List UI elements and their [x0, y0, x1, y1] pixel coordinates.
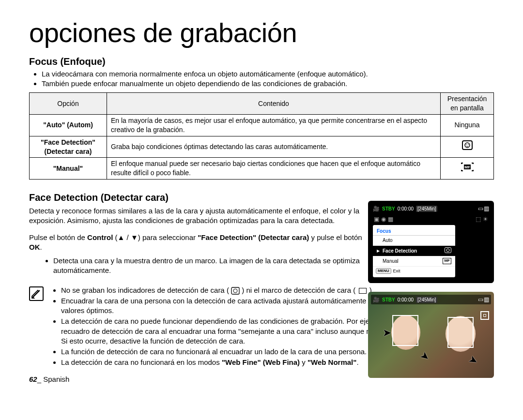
focus-menu-panel: Focus Auto Face Detection Manual MF MENU… [373, 225, 455, 278]
cursor-icon: ➤ [383, 326, 391, 340]
lcd-status-bar: 🎥 STBY 0:00:00 [245Min] ▭▥ [371, 295, 491, 304]
opt-facedetect-label: "Face Detection" (Detectar cara) [30, 136, 107, 158]
face-detection-frame [392, 315, 418, 346]
opt-facedetect-content: Graba bajo condiciones óptimas detectand… [107, 136, 441, 158]
face-detect-indicator-icon [480, 311, 489, 320]
control-sub-item: Detecta una cara y la muestra dentro de … [53, 256, 368, 276]
manual-focus-icon: MF [461, 162, 474, 175]
mode-icon: ☀ [483, 215, 488, 223]
svg-point-3 [468, 144, 469, 145]
focus-intro-item: También puede enfocar manualmente un obj… [42, 79, 494, 89]
duration-badge: [245Min] [416, 297, 437, 303]
mode-rec-icon: ⬚ [476, 215, 481, 223]
face-detection-section: Face Detection (Detectar cara) Detecta y… [29, 191, 494, 369]
lcd-status-bar: 🎥 STBY 0:00:00 [245Min] ▭▥ [371, 204, 491, 213]
photo-icon: ◉ [381, 215, 386, 223]
focus-heading: Focus (Enfoque) [29, 55, 494, 68]
table-row: "Auto" (Autom) En la mayoría de casos, e… [30, 114, 494, 136]
svg-point-2 [466, 144, 467, 145]
face-indicator-icon [231, 286, 242, 294]
stby-label: STBY [382, 206, 395, 212]
lcd-preview-column: 🎥 STBY 0:00:00 [245Min] ▭▥ ▣◉▦ ⬚☀ Focus … [368, 201, 494, 387]
table-row: "Face Detection" (Detectar cara) Graba b… [30, 136, 494, 158]
svg-rect-7 [231, 287, 239, 294]
manual-focus-icon: MF [443, 258, 451, 264]
col-content: Contenido [107, 93, 441, 115]
control-instruction: Pulse el botón de Control (▲ / ▼) para s… [29, 233, 363, 253]
lcd-mode-icons: ▣◉▦ ⬚☀ [374, 215, 488, 223]
menu-item-auto[interactable]: Auto [373, 236, 455, 246]
col-display: Presentación en pantalla [441, 93, 494, 115]
opt-manual-content: El enfoque manual puede ser necesario ba… [107, 158, 441, 180]
camcorder-icon: 🎥 [373, 205, 380, 212]
focus-intro-item: La videocámara con memoria normalmente e… [42, 69, 494, 79]
lcd-live-preview: 🎥 STBY 0:00:00 [245Min] ▭▥ ➤ ➤ ➤ [368, 292, 494, 378]
video-icon: ▣ [374, 215, 379, 223]
page-title: opciones de grabación [29, 15, 494, 51]
svg-point-8 [233, 289, 237, 293]
menu-item-face-detection[interactable]: Face Detection [373, 246, 455, 257]
opt-facedetect-display [441, 136, 494, 158]
focus-options-table: Opción Contenido Presentación en pantall… [29, 92, 494, 180]
svg-rect-9 [445, 247, 451, 253]
opt-manual-label: "Manual" [30, 158, 107, 180]
svg-rect-0 [462, 141, 472, 150]
timecode: 0:00:00 [398, 297, 414, 303]
play-icon: ▦ [388, 215, 393, 223]
cursor-icon: ➤ [417, 348, 433, 364]
focus-intro-list: La videocámara con memoria normalmente e… [29, 69, 494, 89]
svg-point-10 [446, 249, 449, 252]
timecode: 0:00:00 [398, 206, 414, 212]
opt-auto-content: En la mayoría de casos, es mejor usar el… [107, 114, 441, 136]
control-sub-list: Detecta una cara y la muestra dentro de … [29, 256, 368, 276]
opt-auto-label: "Auto" (Autom) [30, 114, 107, 136]
camcorder-icon: 🎥 [373, 296, 380, 303]
menu-exit-row[interactable]: MENU Exit [373, 267, 455, 276]
face-detection-frame [447, 317, 474, 348]
face-detect-icon [445, 247, 451, 255]
menu-badge: MENU [376, 268, 391, 274]
opt-auto-display: Ninguna [441, 114, 494, 136]
face-detection-desc: Detecta y reconoce formas similares a la… [29, 206, 363, 226]
lcd-menu-screen: 🎥 STBY 0:00:00 [245Min] ▭▥ ▣◉▦ ⬚☀ Focus … [368, 201, 494, 283]
face-frame-icon [359, 288, 367, 294]
status-icons: ▭▥ [477, 296, 489, 303]
table-row: "Manual" El enfoque manual puede ser nec… [30, 158, 494, 180]
opt-manual-display: MF [441, 158, 494, 180]
note-icon [29, 286, 44, 301]
status-icons: ▭▥ [477, 205, 489, 212]
svg-text:MF: MF [464, 165, 470, 169]
cursor-icon: ➤ [466, 352, 480, 369]
duration-badge: [245Min] [416, 206, 437, 212]
col-option: Opción [30, 93, 107, 115]
menu-item-manual[interactable]: Manual MF [373, 256, 455, 267]
menu-title: Focus [373, 227, 455, 236]
face-detect-icon [461, 140, 473, 154]
exit-label: Exit [393, 268, 400, 274]
stby-label: STBY [382, 297, 395, 303]
